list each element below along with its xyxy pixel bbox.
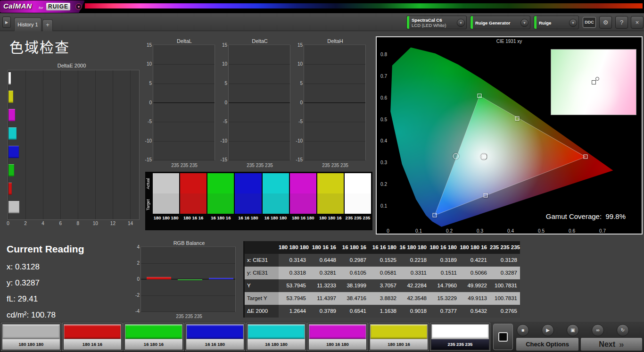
delta-y-tick: 15: [218, 42, 227, 48]
tab-history-1[interactable]: History 1: [14, 17, 41, 31]
expand-panel-button[interactable]: ▶: [2, 17, 11, 28]
swatch-actual-color: [317, 173, 344, 193]
cie-x-tick: 0.1: [415, 228, 422, 234]
swatch-actual-color: [290, 173, 316, 193]
help-icon[interactable]: ?: [615, 16, 628, 29]
ddc-button[interactable]: DDC: [583, 17, 596, 28]
table-row-label: Target Y: [245, 292, 279, 305]
table-cell: 0.2987: [339, 254, 369, 267]
swatch-2: 16 180 16: [207, 173, 234, 229]
deltae-x-tick: 6: [59, 221, 62, 226]
transport-play-button[interactable]: ▶: [542, 324, 554, 336]
pattern-button-16-16-180[interactable]: 16 16 180: [185, 323, 245, 351]
delta-y-tick: 0: [218, 100, 227, 105]
generator-dropdown[interactable]: Ruige Generator ▾: [470, 16, 530, 29]
deltae-bar-gray: [8, 201, 19, 213]
chevron-down-icon[interactable]: ▾: [569, 19, 577, 27]
cie-y-tick: 0.7: [378, 74, 387, 79]
deltae-x-tick: 4: [41, 221, 44, 226]
cie-x-tick: 0.6: [569, 228, 575, 234]
check-options-button[interactable]: Check Options: [516, 337, 579, 351]
deltae-bar-magenta: [8, 109, 15, 121]
deltah-chart: DeltaH 151050-5-10-15 235 235 235: [292, 38, 367, 173]
table-cell: 0.5066: [460, 267, 490, 279]
chart-title: DeltaL: [153, 38, 216, 44]
swatch-label: 16 16 180: [235, 214, 261, 229]
delta-gridline: [153, 64, 215, 65]
swatch-actual-color: [235, 173, 261, 193]
table-cell: 0.3311: [399, 267, 429, 279]
table-cell: 0.3287: [490, 267, 520, 279]
pattern-button-180-16-180[interactable]: 180 16 180: [307, 323, 368, 351]
x-axis-label: 235 235 235: [153, 163, 216, 168]
next-button[interactable]: Next »: [580, 337, 643, 351]
pattern-button-16-180-16[interactable]: 16 180 16: [124, 323, 184, 351]
current-reading-value: y: 0.3287: [7, 278, 130, 288]
app-logo-menu[interactable]: CalMAN for RUIGE ▼: [0, 0, 88, 13]
meter-name: SpectraCal C6: [412, 17, 442, 23]
pattern-color-swatch: [309, 324, 366, 339]
pattern-color-swatch: [431, 324, 489, 339]
deltae-x-tick: 0: [7, 221, 9, 226]
cie-1931-panel: CIE 1931 xy 0.80.70.60.50.40.30.20.100.1…: [376, 36, 643, 235]
add-tab-button[interactable]: +: [42, 19, 53, 31]
swatch-3: 16 16 180: [235, 173, 261, 229]
delta-y-tick: 15: [294, 42, 303, 48]
chevron-down-icon[interactable]: ▾: [457, 19, 465, 27]
transport-capture-button[interactable]: ▣: [567, 324, 579, 336]
meter-mode: LCD (LED White): [412, 23, 456, 28]
swatch-target-color: [263, 193, 289, 214]
pattern-button-180-180-180[interactable]: 180 180 180: [1, 323, 61, 351]
settings-gear-icon[interactable]: ⚙: [599, 16, 612, 29]
x-axis-label: 235 235 235: [140, 314, 238, 319]
deltae-gridline: [78, 70, 78, 219]
inset-point-ring: [595, 77, 599, 81]
table-cell: 0.0581: [369, 267, 399, 279]
gamut-coverage-value: 99.8%: [605, 212, 626, 220]
pattern-button-180-180-16[interactable]: 180 180 16: [369, 323, 429, 351]
chevron-down-icon[interactable]: ▾: [520, 19, 528, 27]
table-row-label: x: CIE31: [245, 254, 279, 267]
meter-target-icon: [498, 332, 508, 342]
rgb-y-tick: 4: [133, 244, 140, 250]
pattern-button-180-16-16[interactable]: 180 16 16: [62, 323, 123, 351]
table-column-header: 235 235 235: [490, 241, 520, 254]
generator-connected-indicator: [471, 16, 473, 29]
transport-refresh-button[interactable]: ↻: [617, 324, 629, 336]
logo-dropdown-icon[interactable]: ▼: [75, 3, 82, 10]
table-cell: 0.2765: [490, 305, 520, 318]
table-cell: 0.2218: [399, 254, 429, 267]
delta-y-tick: 10: [218, 61, 227, 67]
meter-label: SpectraCal C6 LCD (LED White): [412, 17, 456, 28]
table-cell: 0.3143: [279, 254, 309, 267]
pattern-button-16-180-180[interactable]: 16 180 180: [246, 323, 306, 351]
swatch-target-color: [207, 193, 234, 214]
table-row-label: Y: [245, 279, 279, 292]
cie-x-tick: 0.3: [477, 228, 483, 234]
cie-point-ring: [481, 154, 487, 160]
meter-target-button[interactable]: [493, 324, 513, 350]
meter-dropdown[interactable]: SpectraCal C6 LCD (LED White) ▾: [406, 16, 467, 29]
table-cell: 0.1511: [429, 267, 460, 279]
table-cell: 100.7831: [490, 292, 520, 305]
display-label: Ruige: [539, 20, 568, 25]
swatch-target-color: [290, 193, 316, 214]
table-cell: 3.7057: [369, 279, 399, 292]
rgb-balance-bar-green: [178, 279, 202, 280]
deltae-gridline: [113, 70, 113, 219]
transport-stop-button[interactable]: ■: [517, 324, 529, 336]
close-icon[interactable]: ×: [631, 16, 644, 29]
swatch-0: 180 180 180: [153, 173, 179, 229]
delta-gridline: [229, 64, 290, 65]
rgb-balance-plot-area: 420-2-4: [140, 247, 236, 312]
transport-continuous-button[interactable]: ∞: [592, 324, 604, 336]
swatch-6: 180 180 16: [317, 173, 344, 229]
deltae-gridline: [25, 70, 26, 219]
chart-title: RGB Balance: [140, 240, 238, 246]
pattern-button-235-235-235[interactable]: 235 235 235: [430, 323, 490, 351]
display-dropdown[interactable]: Ruige ▾: [534, 16, 579, 29]
table-cell: 1.2644: [279, 305, 309, 318]
inset-point-marker: [592, 80, 596, 84]
current-reading-value: x: 0.3128: [7, 262, 130, 272]
cie-point-ring: [453, 153, 459, 159]
